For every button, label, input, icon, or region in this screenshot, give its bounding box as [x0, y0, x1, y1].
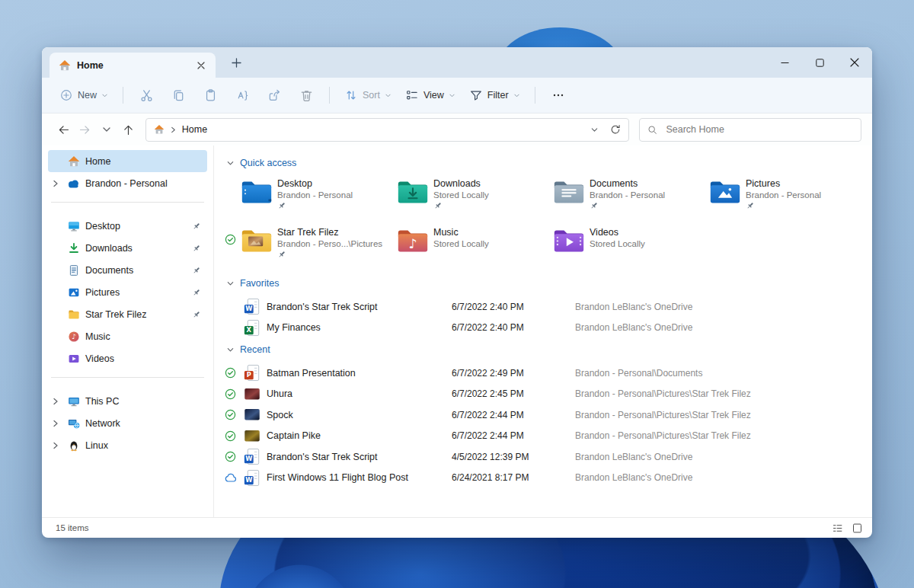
- cut-icon: [139, 88, 154, 103]
- music-icon: ♪: [67, 330, 80, 343]
- close-button[interactable]: [837, 47, 872, 78]
- quick-access-tile-videos[interactable]: VideosStored Locally: [537, 225, 693, 269]
- thumb-blue-icon: [244, 406, 267, 423]
- file-row-uhura[interactable]: Uhura6/7/2022 2:45 PMBrandon - Personal\…: [225, 384, 872, 405]
- sync-status-placeholder: [537, 225, 553, 269]
- tab-close-icon[interactable]: [193, 57, 209, 74]
- sidebar-item-this-pc[interactable]: This PC: [48, 390, 207, 412]
- thumbnails-view-icon[interactable]: [849, 520, 864, 535]
- window-controls: [767, 47, 872, 78]
- filter-button[interactable]: Filter: [462, 84, 527, 107]
- sidebar-item-desktop[interactable]: Desktop: [48, 215, 207, 237]
- sidebar-item-brandon-personal[interactable]: Brandon - Personal: [48, 172, 207, 194]
- rename-button[interactable]: [227, 82, 257, 108]
- copy-button[interactable]: [163, 82, 193, 108]
- sidebar-item-network[interactable]: Network: [48, 412, 207, 434]
- file-name: Uhura: [267, 388, 452, 399]
- sidebar-item-documents[interactable]: Documents: [48, 259, 207, 281]
- search-input[interactable]: [664, 123, 853, 136]
- file-row-brandon-s-star-trek-script[interactable]: WBrandon's Star Trek Script6/7/2022 2:40…: [225, 296, 872, 318]
- section-favorites-header[interactable]: Favorites: [226, 278, 872, 289]
- tile-text: PicturesBrandon - Personal: [746, 176, 821, 220]
- paste-button[interactable]: [195, 82, 225, 108]
- section-recent-header[interactable]: Recent: [226, 344, 872, 355]
- sync-status-icon: [225, 451, 244, 462]
- word-icon: W: [244, 448, 267, 465]
- file-name: Brandon's Star Trek Script: [267, 452, 452, 462]
- share-button[interactable]: [259, 82, 289, 108]
- quick-access-tile-desktop[interactable]: DesktopBrandon - Personal: [225, 176, 381, 220]
- file-row-first-windows-11-flight-blog-post[interactable]: WFirst Windows 11 Flight Blog Post6/24/2…: [225, 468, 872, 489]
- tile-name: Pictures: [746, 178, 821, 189]
- sidebar-item-label: Star Trek Filez: [85, 309, 147, 320]
- view-button[interactable]: View: [398, 84, 462, 107]
- maximize-button[interactable]: [802, 47, 837, 78]
- address-row: Home: [42, 113, 872, 145]
- chevron-right-icon[interactable]: [50, 398, 62, 405]
- cut-button[interactable]: [131, 82, 161, 108]
- chevron-right-icon[interactable]: [50, 180, 62, 187]
- copy-icon: [171, 88, 186, 103]
- tile-text: DocumentsBrandon - Personal: [590, 176, 665, 220]
- chevron-down-icon: [226, 346, 235, 354]
- svg-text:X: X: [247, 326, 252, 334]
- address-bar[interactable]: Home: [145, 118, 630, 142]
- word-icon: W: [244, 298, 267, 315]
- sync-status-placeholder: [693, 176, 709, 220]
- file-row-captain-pike[interactable]: Captain Pike6/7/2022 2:44 PMBrandon - Pe…: [225, 426, 872, 447]
- breadcrumb[interactable]: Home: [182, 124, 207, 135]
- back-button[interactable]: [53, 119, 74, 141]
- quick-access-tile-star-trek-filez[interactable]: Star Trek FilezBrandon - Perso...\Pictur…: [225, 225, 381, 269]
- sort-button[interactable]: Sort: [337, 84, 398, 107]
- address-dropdown-icon[interactable]: [590, 126, 599, 134]
- tile-name: Documents: [590, 178, 665, 189]
- chevron-right-icon[interactable]: [50, 442, 62, 449]
- file-row-my-finances[interactable]: XMy Finances6/7/2022 2:40 PMBrandon LeBl…: [225, 318, 872, 339]
- tile-text: MusicStored Locally: [433, 225, 489, 269]
- sidebar-item-videos[interactable]: Videos: [48, 347, 207, 369]
- content-area: HomeBrandon - Personal DesktopDownloadsD…: [42, 145, 872, 517]
- recent-locations-button[interactable]: [96, 119, 117, 141]
- sync-status-icon: [225, 409, 244, 420]
- file-row-spock[interactable]: Spock6/7/2022 2:44 PMBrandon - Personal\…: [225, 404, 872, 426]
- minimize-button[interactable]: [767, 47, 802, 78]
- delete-button[interactable]: [291, 82, 321, 108]
- quick-access-tile-documents[interactable]: DocumentsBrandon - Personal: [537, 176, 693, 220]
- refresh-icon[interactable]: [610, 124, 621, 135]
- sidebar-item-music[interactable]: ♪Music: [48, 325, 207, 347]
- svg-text:W: W: [245, 305, 252, 313]
- sidebar-item-home[interactable]: Home: [48, 150, 207, 172]
- new-tab-button[interactable]: [225, 51, 248, 74]
- more-options-button[interactable]: [543, 82, 574, 108]
- sidebar-item-pictures[interactable]: Pictures: [48, 281, 207, 303]
- tile-name: Videos: [590, 227, 645, 238]
- file-row-batman-presentation[interactable]: PBatman Presentation6/7/2022 2:49 PMBran…: [225, 363, 872, 384]
- search-box[interactable]: [639, 118, 861, 142]
- forward-button[interactable]: [74, 119, 95, 141]
- sidebar-item-star-trek-filez[interactable]: Star Trek Filez: [48, 303, 207, 325]
- tab-home[interactable]: Home: [50, 53, 216, 78]
- tile-text: VideosStored Locally: [590, 225, 645, 269]
- pin-icon: [277, 201, 353, 211]
- sidebar-item-linux[interactable]: Linux: [48, 434, 207, 456]
- up-button[interactable]: [117, 119, 139, 141]
- tile-name: Star Trek Filez: [277, 227, 381, 238]
- details-view-icon[interactable]: [829, 520, 845, 535]
- tile-name: Music: [433, 227, 489, 238]
- sync-status-placeholder: [381, 176, 397, 220]
- file-row-brandon-s-star-trek-script[interactable]: WBrandon's Star Trek Script4/5/2022 12:3…: [225, 446, 872, 468]
- new-button[interactable]: New: [53, 84, 115, 107]
- section-quick-access-header[interactable]: Quick access: [226, 158, 872, 168]
- plus-circle-icon: [59, 88, 73, 102]
- quick-access-tile-music[interactable]: ♪MusicStored Locally: [381, 225, 537, 269]
- chevron-down-icon: [385, 92, 391, 99]
- onedrive-icon: [67, 177, 80, 190]
- sidebar-item-label: Desktop: [85, 221, 120, 232]
- sidebar-item-downloads[interactable]: Downloads: [48, 237, 207, 259]
- sidebar-divider: [51, 202, 204, 203]
- quick-access-tile-downloads[interactable]: DownloadsStored Locally: [381, 176, 537, 220]
- tile-name: Desktop: [277, 178, 353, 189]
- chevron-right-icon[interactable]: [50, 420, 62, 427]
- quick-access-tile-pictures[interactable]: PicturesBrandon - Personal: [693, 176, 849, 220]
- pictures-icon: [67, 286, 80, 299]
